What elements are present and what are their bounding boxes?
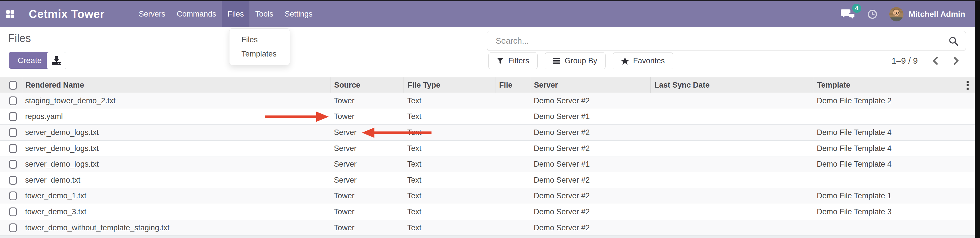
table-row[interactable]: tower_demo_without_template_staging.txtT… (0, 220, 975, 236)
cell-template (813, 220, 975, 236)
column-header-last-sync-date[interactable]: Last Sync Date (651, 77, 813, 93)
table-row[interactable]: server_demo_logs.txtServerTextDemo Serve… (0, 141, 975, 157)
table-row[interactable]: server_demo_logs.txtServerTextDemo Serve… (0, 125, 975, 141)
search-facets: Filters Group By Favorites (488, 52, 673, 69)
row-select-cell (0, 188, 23, 204)
cell-template: Demo File Template 3 (813, 204, 975, 220)
row-select-cell (0, 141, 23, 156)
control-panel: Files Create F (0, 27, 975, 77)
row-checkbox[interactable] (9, 224, 17, 232)
main-menu: ServersCommandsFilesToolsSettings (133, 1, 318, 27)
cell-file-type: Text (404, 204, 495, 220)
cell-file-type: Text (404, 172, 495, 188)
cell-rendered-name: repos.yaml (23, 109, 330, 125)
nav-item-commands[interactable]: Commands (171, 1, 222, 27)
cell-server: Demo Server #2 (530, 141, 651, 156)
cell-last-sync-date (651, 156, 813, 172)
group-by-button[interactable]: Group By (545, 52, 606, 69)
cell-file-type: Text (404, 220, 495, 236)
row-select-cell (0, 220, 23, 236)
cell-server: Demo Server #1 (530, 156, 651, 172)
search-input[interactable] (487, 31, 966, 51)
row-select-cell (0, 204, 23, 220)
optional-columns-toggle[interactable] (967, 77, 969, 93)
list-body: staging_tower_demo_2.txtTowerTextDemo Se… (0, 93, 975, 236)
screenshot-top-edge (0, 0, 980, 1)
nav-item-settings[interactable]: Settings (279, 1, 318, 27)
bars-icon (553, 57, 560, 64)
cell-rendered-name: server_demo_logs.txt (23, 141, 330, 156)
row-checkbox[interactable] (9, 160, 17, 169)
pager-next-button[interactable] (953, 56, 960, 66)
cell-file (495, 172, 530, 188)
column-header-template[interactable]: Template (813, 77, 975, 93)
favorites-button[interactable]: Favorites (613, 52, 673, 69)
pager: 1–9 / 9 (891, 52, 960, 69)
filters-button[interactable]: Filters (488, 52, 538, 69)
favorites-label: Favorites (633, 57, 665, 65)
pager-previous-button[interactable] (931, 56, 939, 66)
table-row[interactable]: tower_demo_1.txtTowerTextDemo Server #2D… (0, 188, 975, 204)
table-row[interactable]: repos.yamlTowerTextDemo Server #1 (0, 109, 975, 125)
cell-file (495, 188, 530, 204)
messages-count-badge: 4 (852, 4, 861, 13)
table-row[interactable]: tower_demo_3.txtTowerTextDemo Server #2D… (0, 204, 975, 220)
brand-title[interactable]: Cetmix Tower (29, 8, 105, 21)
column-header-file-type[interactable]: File Type (404, 77, 495, 93)
table-row[interactable]: server_demo_logs.txtServerTextDemo Serve… (0, 156, 975, 172)
select-all-cell (0, 77, 23, 93)
row-checkbox[interactable] (9, 128, 17, 137)
user-menu[interactable]: Mitchell Admin (889, 7, 965, 21)
messages-button[interactable]: 4 (841, 8, 856, 20)
download-tray-icon (51, 56, 62, 66)
column-header-server[interactable]: Server (530, 77, 651, 93)
row-checkbox[interactable] (9, 176, 17, 185)
filters-label: Filters (508, 57, 530, 65)
cell-file-type: Text (404, 93, 495, 109)
cell-last-sync-date (651, 204, 813, 220)
cell-server: Demo Server #1 (530, 109, 651, 125)
search-icon[interactable] (948, 36, 959, 48)
row-select-cell (0, 93, 23, 109)
cell-source: Server (330, 141, 404, 156)
select-all-checkbox[interactable] (9, 81, 17, 90)
dropdown-item-templates[interactable]: Templates (229, 47, 290, 61)
dropdown-item-files[interactable]: Files (229, 33, 290, 47)
cell-source: Server (330, 125, 404, 140)
group-by-label: Group By (565, 57, 597, 65)
funnel-icon (496, 57, 504, 65)
export-button[interactable] (47, 52, 66, 69)
nav-item-tools[interactable]: Tools (250, 1, 279, 27)
clock-icon (867, 10, 877, 19)
cell-template: Demo File Template 4 (813, 125, 975, 140)
column-header-file[interactable]: File (495, 77, 530, 93)
cell-source: Tower (330, 204, 404, 220)
column-header-rendered-name[interactable]: Rendered Name (23, 77, 330, 93)
cell-file-type: Text (404, 188, 495, 204)
cell-template: Demo File Template 2 (813, 93, 975, 109)
nav-item-files[interactable]: Files (222, 1, 250, 27)
cell-source: Server (330, 172, 404, 188)
create-button[interactable]: Create (9, 52, 51, 69)
column-header-source[interactable]: Source (330, 77, 404, 93)
cell-server: Demo Server #2 (530, 188, 651, 204)
row-checkbox[interactable] (9, 97, 17, 105)
apps-grid-icon[interactable] (6, 10, 14, 18)
row-checkbox[interactable] (9, 208, 17, 216)
table-row[interactable]: staging_tower_demo_2.txtTowerTextDemo Se… (0, 93, 975, 109)
cell-last-sync-date (651, 125, 813, 140)
row-checkbox[interactable] (9, 192, 17, 200)
cell-last-sync-date (651, 93, 813, 109)
cell-rendered-name: server_demo_logs.txt (23, 156, 330, 172)
cell-file-type: Text (404, 125, 495, 140)
cell-file (495, 125, 530, 140)
row-checkbox[interactable] (9, 144, 17, 153)
cell-source: Tower (330, 109, 404, 125)
row-checkbox[interactable] (9, 112, 17, 121)
nav-item-servers[interactable]: Servers (133, 1, 171, 27)
table-row[interactable]: server_demo.txtServerTextDemo Server #2 (0, 172, 975, 188)
cell-file (495, 204, 530, 220)
activity-clock-button[interactable] (867, 10, 877, 19)
screen: Cetmix Tower ServersCommandsFilesToolsSe… (0, 0, 980, 238)
cell-rendered-name: server_demo_logs.txt (23, 125, 330, 140)
